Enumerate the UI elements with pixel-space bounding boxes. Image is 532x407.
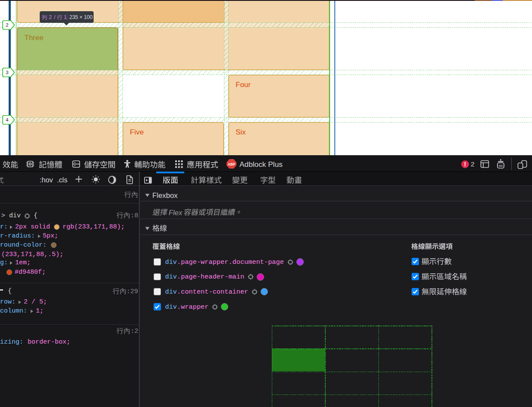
svg-text:4: 4 bbox=[6, 117, 9, 122]
svg-text:3: 3 bbox=[6, 70, 8, 75]
svg-text:ABP: ABP bbox=[228, 163, 236, 166]
svg-text:2: 2 bbox=[6, 22, 8, 28]
